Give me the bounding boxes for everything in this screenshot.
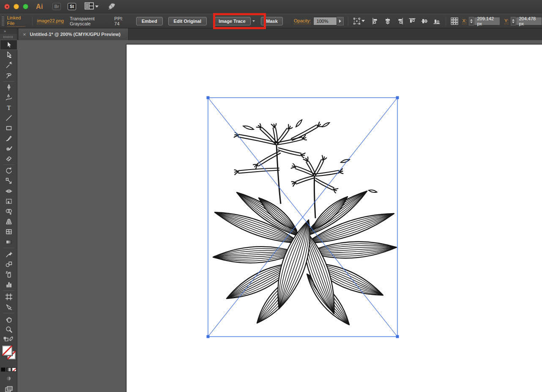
align-tools-group <box>371 16 441 26</box>
free-transform-tool[interactable] <box>0 196 17 206</box>
embed-button[interactable]: Embed <box>136 17 163 25</box>
stock-button[interactable]: St <box>68 3 76 10</box>
chevron-down-icon[interactable] <box>361 20 365 22</box>
width-tool[interactable] <box>0 186 17 196</box>
screen-mode-button[interactable] <box>0 384 17 392</box>
y-coordinate-label[interactable]: Y: <box>504 18 509 24</box>
vertical-align-top-button[interactable] <box>408 16 417 26</box>
horizontal-align-right-button[interactable] <box>395 16 405 26</box>
transform-options-button[interactable] <box>353 16 361 26</box>
placed-image-artwork[interactable] <box>17 40 542 392</box>
line-segment-tool[interactable] <box>0 113 17 123</box>
x-coordinate-label[interactable]: X: <box>462 18 466 24</box>
eyedropper-tool[interactable] <box>0 249 17 259</box>
drawing-mode-button[interactable] <box>0 374 17 383</box>
tools-panel-grip[interactable] <box>3 36 14 38</box>
pen-tool[interactable] <box>0 82 17 93</box>
hosta-line-drawing[interactable] <box>213 120 397 325</box>
document-tab[interactable]: × Untitled-1* @ 200% (CMYK/GPU Preview) <box>19 28 129 40</box>
workspace-switcher[interactable] <box>85 2 99 11</box>
color-mode-chip[interactable] <box>1 367 5 372</box>
none-mode-chip[interactable] <box>12 367 16 372</box>
panel-grip[interactable] <box>2 16 4 26</box>
shaper-tool[interactable] <box>0 143 17 154</box>
image-trace-button[interactable]: Image Trace <box>214 17 251 25</box>
tool-group-separator <box>3 313 14 313</box>
image-trace-dropdown-icon[interactable] <box>252 20 255 22</box>
swap-fill-stroke-icon[interactable] <box>9 335 14 343</box>
opacity-link[interactable]: Opacity: <box>294 18 311 24</box>
zoom-tool[interactable] <box>0 324 17 334</box>
tab-close-icon[interactable]: × <box>23 32 26 37</box>
gradient-tool[interactable] <box>0 237 17 247</box>
direct-selection-tool[interactable] <box>0 50 17 60</box>
hosta-flower <box>235 168 279 175</box>
shape-builder-tool[interactable] <box>0 206 17 217</box>
rotate-tool[interactable] <box>0 166 17 176</box>
eraser-tool-icon <box>5 155 13 162</box>
y-stepper[interactable] <box>511 17 516 25</box>
opacity-dropdown-button[interactable] <box>337 17 344 25</box>
horizontal-align-left-button[interactable] <box>371 16 380 26</box>
selection-handle[interactable] <box>207 335 210 338</box>
canvas-pasteboard[interactable] <box>17 40 542 392</box>
rectangle-tool-icon <box>5 124 13 132</box>
zoom-window-button[interactable] <box>23 4 28 9</box>
blend-tool[interactable] <box>0 259 17 269</box>
perspective-grid-tool[interactable] <box>0 217 17 227</box>
mask-button[interactable]: Mask <box>261 17 283 25</box>
hand-tool[interactable] <box>0 314 17 324</box>
y-coordinate-input[interactable]: 204.478 px <box>516 17 542 25</box>
reference-point-grid-icon[interactable] <box>450 16 459 26</box>
paintbrush-tool-icon <box>5 134 13 142</box>
close-window-button[interactable] <box>4 4 10 9</box>
horizontal-align-center-button[interactable] <box>383 16 392 26</box>
linked-file-link[interactable]: Linked File <box>7 15 26 27</box>
minimize-window-button[interactable] <box>14 4 19 9</box>
eyedropper-tool-icon <box>5 250 13 258</box>
fill-stroke-control <box>0 345 17 365</box>
artboard-tool[interactable] <box>0 292 17 302</box>
zoom-tool-icon <box>5 326 13 333</box>
x-coordinate-input[interactable]: 209.142 px <box>474 17 500 25</box>
selection-handle[interactable] <box>396 96 399 99</box>
lasso-tool[interactable] <box>0 70 17 80</box>
opacity-input[interactable]: 100% <box>313 17 337 25</box>
symbol-sprayer-tool[interactable] <box>0 269 17 280</box>
column-graph-tool[interactable] <box>0 280 17 290</box>
selection-tool[interactable] <box>0 40 17 50</box>
filename-link[interactable]: image22.png <box>37 18 64 24</box>
selection-handle[interactable] <box>207 96 210 99</box>
tool-group-separator <box>3 291 14 291</box>
vertical-align-bottom-button[interactable] <box>432 16 441 26</box>
magic-wand-tool[interactable] <box>0 60 17 70</box>
divider <box>348 16 348 26</box>
edit-original-button[interactable]: Edit Original <box>168 17 207 25</box>
horizontal-align-center-icon <box>384 17 391 25</box>
mini-fill-stroke-icon[interactable] <box>3 335 8 343</box>
scale-tool[interactable] <box>0 176 17 186</box>
eraser-tool[interactable] <box>0 154 17 164</box>
x-stepper[interactable] <box>469 17 474 25</box>
selection-handle[interactable] <box>396 335 399 338</box>
bridge-button[interactable]: Br <box>52 3 61 10</box>
illustrator-window: Ai Br St Linked File <box>0 0 542 392</box>
gpu-performance-rocket-icon[interactable] <box>106 2 116 12</box>
hosta-flower <box>292 176 315 186</box>
divider <box>446 16 446 26</box>
document-tab-bar: × Untitled-1* @ 200% (CMYK/GPU Preview) <box>17 28 542 40</box>
menu-bar: Ai Br St <box>0 0 542 14</box>
rectangle-tool[interactable] <box>0 123 17 133</box>
paintbrush-tool[interactable] <box>0 133 17 143</box>
free-transform-tool-icon <box>5 197 13 205</box>
fill-swatch-none[interactable] <box>2 345 12 356</box>
gradient-mode-chip[interactable] <box>6 367 11 372</box>
width-tool-icon <box>5 187 13 195</box>
type-tool[interactable]: T <box>0 103 17 113</box>
vertical-align-center-button[interactable] <box>420 16 429 26</box>
mesh-tool[interactable] <box>0 227 17 237</box>
curvature-tool[interactable] <box>0 93 17 103</box>
workspace-layout-icon <box>85 2 94 11</box>
panel-collapse-button[interactable]: » <box>0 28 17 34</box>
slice-tool[interactable] <box>0 302 17 312</box>
